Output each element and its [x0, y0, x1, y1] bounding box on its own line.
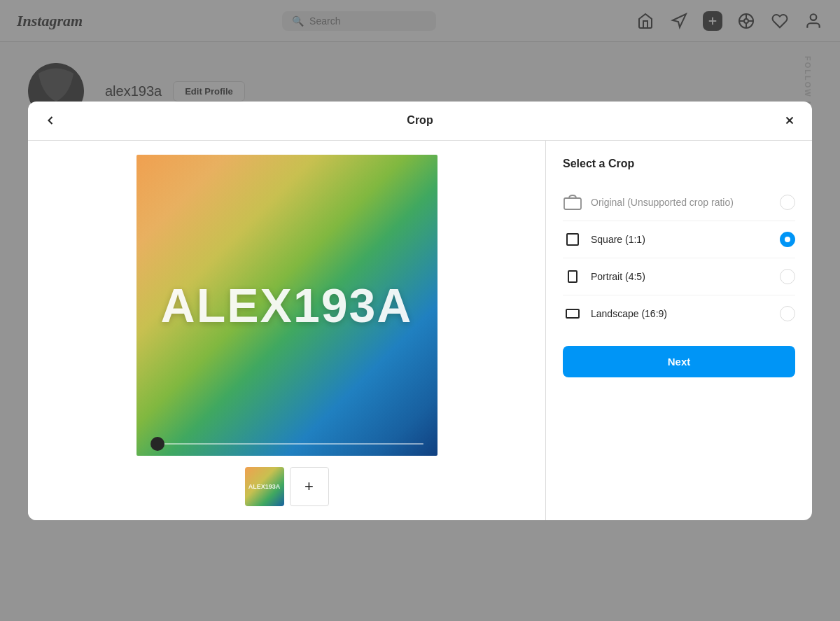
modal-header: Crop: [28, 102, 812, 141]
original-crop-label: Original (Unsupported crop ratio): [591, 197, 771, 208]
crop-option-portrait[interactable]: Portrait (4:5): [563, 258, 795, 295]
square-crop-label: Square (1:1): [591, 234, 771, 245]
portrait-icon-shape: [568, 270, 578, 283]
thumbnail-item[interactable]: ALEX193A: [245, 467, 284, 506]
portrait-radio[interactable]: [780, 269, 795, 284]
modal-back-button[interactable]: [39, 109, 62, 132]
landscape-radio[interactable]: [780, 306, 795, 321]
portrait-crop-label: Portrait (4:5): [591, 271, 771, 282]
image-watermark-text: ALEX193A: [161, 278, 413, 333]
square-crop-icon: [563, 230, 582, 249]
crop-modal: Crop ALEX193A: [28, 102, 812, 520]
slider-track[interactable]: [150, 443, 424, 445]
thumbnail-text: ALEX193A: [248, 483, 281, 490]
image-preview: ALEX193A: [136, 155, 438, 456]
modal-body: ALEX193A ALEX193A +: [28, 141, 812, 520]
next-button[interactable]: Next: [563, 346, 795, 377]
slider-thumb[interactable]: [150, 437, 164, 451]
modal-title: Crop: [407, 114, 433, 127]
original-radio[interactable]: [780, 195, 795, 210]
landscape-icon-shape: [566, 309, 580, 319]
select-crop-title: Select a Crop: [563, 158, 795, 170]
landscape-crop-label: Landscape (16:9): [591, 308, 771, 319]
square-icon-shape: [566, 233, 579, 246]
original-crop-icon: [563, 193, 582, 212]
crop-option-original[interactable]: Original (Unsupported crop ratio): [563, 184, 795, 221]
square-radio[interactable]: [780, 232, 795, 247]
add-image-button[interactable]: +: [290, 467, 329, 506]
modal-close-button[interactable]: [778, 109, 801, 132]
modal-left-panel: ALEX193A ALEX193A +: [28, 141, 546, 520]
thumbnails-row: ALEX193A +: [245, 467, 329, 506]
svg-rect-13: [564, 198, 581, 209]
thumbnail-gradient: ALEX193A: [245, 467, 284, 506]
crop-option-square[interactable]: Square (1:1): [563, 221, 795, 258]
portrait-crop-icon: [563, 267, 582, 286]
slider-container[interactable]: [150, 443, 424, 445]
modal-right-panel: Select a Crop Original (Unsupported crop…: [546, 141, 812, 520]
gradient-image: ALEX193A: [136, 155, 438, 456]
crop-option-landscape[interactable]: Landscape (16:9): [563, 295, 795, 332]
landscape-crop-icon: [563, 304, 582, 323]
